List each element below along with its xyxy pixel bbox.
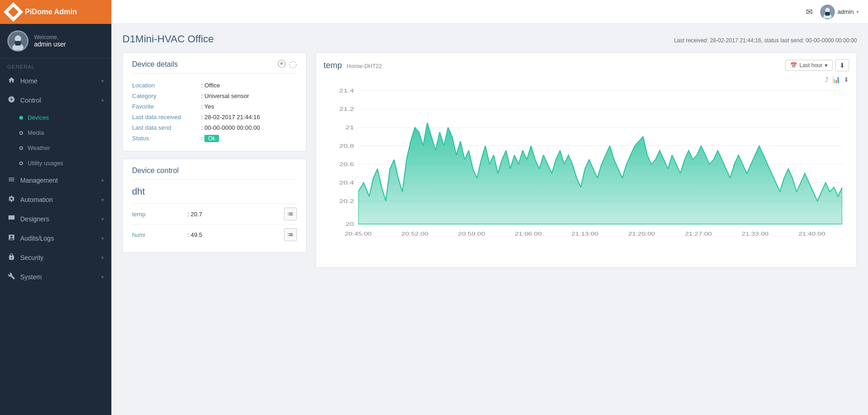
topbar-chevron-icon: ▾ <box>856 9 859 14</box>
device-details-card: Device details ⦿ ◌ Location : Office Cat… <box>122 52 307 151</box>
favorite-label: Favorite <box>132 103 201 110</box>
media-dot <box>19 131 23 135</box>
category-label: Category <box>132 92 201 99</box>
location-label: Location <box>132 82 201 89</box>
last-data-send-value: : 00-00-0000 00:00:00 <box>201 124 260 131</box>
designers-label: Designers <box>20 215 49 223</box>
svg-rect-9 <box>825 12 830 16</box>
chart-timerange-button[interactable]: 📅 Last hour ▾ <box>785 60 833 71</box>
temp-value: : 20.7 <box>187 211 284 218</box>
svg-text:21:33:00: 21:33:00 <box>741 231 768 237</box>
chart-title-area: temp Homie-DHT22 <box>324 61 382 70</box>
audits-icon <box>7 234 16 243</box>
dht-section-title: dht <box>132 186 297 197</box>
content-grid: Device details ⦿ ◌ Location : Office Cat… <box>122 52 857 268</box>
device-control-card: Device control dht temp : 20.7 humi : 49… <box>122 159 307 253</box>
nav-item-home[interactable]: Home ▾ <box>0 71 111 91</box>
sidebar-item-weather[interactable]: Weather <box>0 140 111 156</box>
last-data-received-label: Last data received <box>132 114 201 121</box>
temp-row: temp : 20.7 <box>132 203 297 224</box>
humi-value: : 49.5 <box>187 231 284 238</box>
detail-location: Location : Office <box>132 80 297 91</box>
last-data-received-value: : 28-02-2017 21:44:16 <box>201 114 260 121</box>
weather-dot <box>19 146 23 150</box>
svg-text:20.6: 20.6 <box>339 161 354 167</box>
timerange-label: Last hour <box>799 62 822 69</box>
security-label: Security <box>20 254 44 261</box>
devices-label: Devices <box>28 114 49 121</box>
svg-rect-4 <box>14 42 22 43</box>
status-value: : Ok <box>201 135 219 142</box>
nav-home-label: Home <box>20 77 37 85</box>
automation-label: Automation <box>20 196 53 203</box>
topbar-avatar <box>820 5 835 19</box>
mail-icon[interactable]: ✉ <box>806 7 813 17</box>
location-value: : Office <box>201 82 220 89</box>
nav-item-control[interactable]: Control ▾ <box>0 91 111 110</box>
nav-item-designers[interactable]: Designers ▾ <box>0 209 111 229</box>
weather-label: Weather <box>28 144 50 151</box>
user-info: Welcome, admin user <box>34 34 66 48</box>
sidebar-header: PiDome Admin <box>0 0 111 24</box>
status-badge: Ok <box>204 135 219 142</box>
audits-label: Audits/Logs <box>20 235 54 242</box>
sidebar-item-utility[interactable]: Utility usages <box>0 156 111 171</box>
chart-controls: 📅 Last hour ▾ ⬇ <box>785 59 849 71</box>
nav-item-security[interactable]: Security ▾ <box>0 248 111 267</box>
status-label: Status <box>132 135 201 142</box>
management-icon <box>7 176 16 185</box>
chart-export-icon[interactable]: ⬇ <box>844 76 849 83</box>
utility-dot <box>19 161 23 165</box>
management-label: Management <box>20 177 58 184</box>
user-panel: Welcome, admin user <box>0 24 111 58</box>
chart-area: 21.4 21.2 21 20.8 20.6 20.4 20.2 20 <box>324 86 849 261</box>
svg-text:20:59:00: 20:59:00 <box>458 231 485 237</box>
detail-last-received: Last data received : 28-02-2017 21:44:16 <box>132 112 297 122</box>
svg-text:21:06:00: 21:06:00 <box>515 231 542 237</box>
user-name: admin user <box>34 40 66 48</box>
svg-point-1 <box>15 35 21 42</box>
chart-linechart-icon[interactable]: ⤴ <box>825 76 828 83</box>
left-panel: Device details ⦿ ◌ Location : Office Cat… <box>122 52 307 253</box>
svg-text:21:27:00: 21:27:00 <box>685 231 712 237</box>
category-value: : Universal sensor <box>201 92 249 99</box>
sidebar-item-media[interactable]: Media <box>0 125 111 140</box>
last-data-send-label: Last data send <box>132 124 201 131</box>
svg-text:20:52:00: 20:52:00 <box>401 231 428 237</box>
svg-text:21:20:00: 21:20:00 <box>628 231 655 237</box>
svg-rect-3 <box>15 41 21 46</box>
device-control-title: Device control <box>132 167 297 180</box>
chart-download-button[interactable]: ⬇ <box>835 59 849 71</box>
topbar-user[interactable]: admin ▾ <box>820 5 859 19</box>
chart-toolbar: ⤴ 📊 ⬇ <box>324 76 849 83</box>
svg-point-7 <box>825 8 830 12</box>
detail-favorite: Favorite : Yes <box>132 101 297 112</box>
detail-last-send: Last data send : 00-00-0000 00:00:00 <box>132 122 297 133</box>
favorite-value: : Yes <box>201 103 214 110</box>
humi-label: humi <box>132 231 187 238</box>
sidebar-item-devices[interactable]: Devices <box>0 110 111 125</box>
nav-control-label: Control <box>20 97 41 104</box>
svg-text:21:13:00: 21:13:00 <box>572 231 598 237</box>
temp-chart-button[interactable] <box>284 208 297 220</box>
nav-item-automation[interactable]: Automation ▾ <box>0 190 111 209</box>
chart-header: temp Homie-DHT22 📅 Last hour ▾ ⬇ <box>324 59 849 71</box>
nav-item-system[interactable]: System ▾ <box>0 267 111 287</box>
humi-chart-button[interactable] <box>284 228 297 241</box>
system-icon <box>7 272 16 282</box>
nav-item-audits[interactable]: Audits/Logs ▾ <box>0 229 111 248</box>
temp-label: temp <box>132 211 187 218</box>
timerange-chevron: ▾ <box>825 62 827 69</box>
svg-text:21.2: 21.2 <box>339 106 354 112</box>
avatar <box>7 30 29 52</box>
svg-text:20.2: 20.2 <box>339 198 354 204</box>
svg-text:20.4: 20.4 <box>339 180 354 186</box>
chart-barchart-icon[interactable]: 📊 <box>832 76 840 83</box>
humi-row: humi : 49.5 <box>132 224 297 245</box>
svg-text:20: 20 <box>346 221 354 227</box>
chart-title: temp <box>324 61 342 70</box>
page-title: D1Mini-HVAC Office <box>122 33 214 45</box>
svg-text:21: 21 <box>346 125 354 131</box>
media-label: Media <box>28 129 44 136</box>
nav-item-management[interactable]: Management ▾ <box>0 171 111 190</box>
